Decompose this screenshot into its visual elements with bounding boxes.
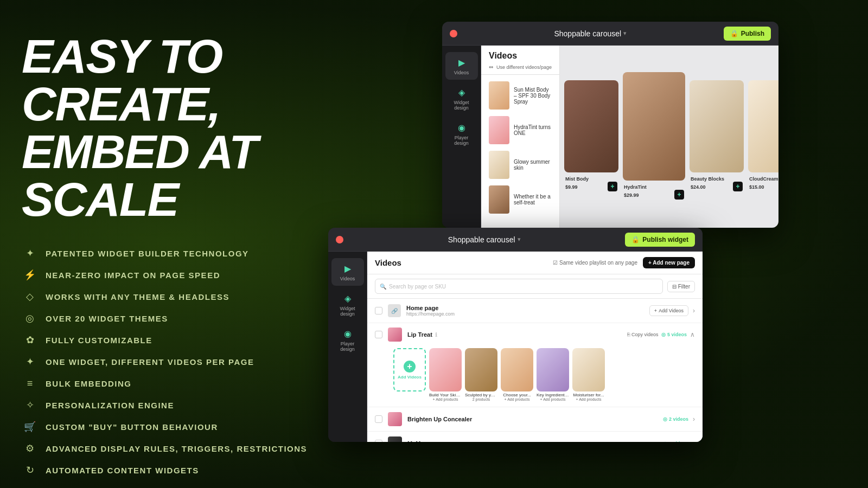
feature-item-speed: ⚡ NEAR-ZERO IMPACT ON PAGE SPEED [22,267,336,283]
video-thumbnail [489,116,509,144]
publish-icon: 🔒 [730,30,738,37]
table-row: Lip Treat ℹ ⎘ Copy videos ◎ 5 videos ∧ [367,323,703,407]
feature-text-personalization: PERSONALIZATION ENGINE [46,401,174,410]
feature-text-patented: PATENTED WIDGET BUILDER TECHNOLOGY [46,249,249,258]
lip-treat-videos-row: + Add Videos Build Your Skin... + Add pr… [367,346,703,407]
checkbox-mascara[interactable] [375,440,382,442]
left-panel: EASY TO CREATE, EMBED AT SCALE ✦ PATENTE… [22,33,336,488]
feature-item-display-rules: ⚙ ADVANCED DISPLAY RULES, TRIGGERS, REST… [22,440,336,457]
chevron-expand-home[interactable]: › [693,307,695,314]
features-list: ✦ PATENTED WIDGET BUILDER TECHNOLOGY ⚡ N… [22,245,336,488]
playlist-icon: ⇔ [489,64,493,70]
video-thumbnail [489,81,509,110]
home-page-info: Home page https://homepage.com [406,305,644,317]
carousel-item [748,80,778,172]
list-item: Choose your... + Add products [501,348,533,401]
add-to-cart-icon[interactable]: + [608,182,617,191]
window-front-content: ▶ Videos ◈ Widget design ◉ Player design… [328,252,703,442]
video-list-panel: Videos ⇔ Use different videos/page Sun M… [481,46,560,228]
video-thumbnail-small [429,348,462,391]
video-thumbnail [489,185,509,214]
chevron-mascara[interactable]: › [693,440,695,442]
search-icon: 🔍 [380,284,386,290]
sidebar-widget-design-back[interactable]: ◈ Widget design [445,82,478,115]
chevron-down-icon: ▾ [623,30,627,37]
add-to-cart-icon[interactable]: + [674,190,684,200]
window-back-sidebar: ▶ Videos ◈ Widget design ◉ Player design [442,46,481,228]
sidebar-widget-design-front[interactable]: ◈ Widget design [331,288,364,321]
video-title: Glowy summer skin [514,159,552,171]
feature-text-per-page: ONE WIDGET, DIFFERENT VIDEOS PER PAGE [46,357,254,367]
search-filter-row: 🔍 Search by page or SKU ⊟ Filter [367,274,703,299]
video-title-small: Build Your Skin... [429,393,462,397]
checkbox-home[interactable] [375,307,382,314]
headline-line1: EASY TO CREATE, [22,29,222,131]
table-row: 🔗 Home page https://homepage.com + Add V… [367,299,703,323]
carousel-card: Mist Body $9.99 + [564,80,618,194]
sidebar-videos-front[interactable]: ▶ Videos [331,258,364,286]
videos-panel-header: Videos ⇔ Use different videos/page [481,46,559,75]
publish-button-back[interactable]: 🔒 Publish [724,27,771,41]
display-rules-icon: ⚙ [22,440,38,457]
chevron-expand-lip-treat[interactable]: ∧ [690,331,695,338]
widget-icon-front: ◈ [342,292,354,304]
window-back: Shoppable carousel ▾ 🔒 Publish ▶ Videos … [442,22,778,228]
window-back-title: Shoppable carousel ▾ [554,29,627,38]
chevron-concealer[interactable]: › [693,415,695,423]
info-icon: ℹ [435,332,437,338]
feature-text-display-rules: ADVANCED DISPLAY RULES, TRIGGERS, RESTRI… [46,444,307,453]
list-item: Sun Mist Body – SPF 30 Body Spray [486,79,555,112]
window-front-close[interactable] [336,236,343,243]
mascara-thumbnail [388,436,402,442]
window-back-titlebar: Shoppable carousel ▾ 🔒 Publish [442,22,778,46]
checkbox-lip-treat[interactable] [375,331,382,338]
feature-text-speed: NEAR-ZERO IMPACT ON PAGE SPEED [46,271,220,280]
feature-item-theme: ◇ WORKS WITH ANY THEME & HEADLESS [22,288,336,305]
add-videos-home-button[interactable]: + Add Videos [649,305,688,316]
videos-count-badge: ◎ 5 videos [661,332,687,337]
eye-icon-concealer: ◎ [663,416,667,422]
add-video-card[interactable]: + Add Videos [393,348,426,391]
window-front-main: Videos ☑ Same video playlist on any page… [367,252,703,442]
window-front-sidebar: ▶ Videos ◈ Widget design ◉ Player design [328,252,367,442]
video-title: Whether it be a self-treat [514,194,552,206]
eye-icon-mascara: ◎ [663,441,667,442]
bulk-icon: ≡ [22,375,38,391]
same-video-text: ☑ Same video playlist on any page [553,260,637,266]
video-products: + Add products [429,397,462,401]
lip-treat-header: Lip Treat ℹ ⎘ Copy videos ◎ 5 videos ∧ [367,323,703,346]
main-headline: EASY TO CREATE, EMBED AT SCALE [22,33,336,223]
add-to-cart-icon[interactable]: + [733,182,743,191]
publish-widget-button[interactable]: 🔒 Publish widget [625,233,695,247]
list-item: Moisturiser for... + Add products [572,348,605,401]
lip-treat-thumbnail [388,328,402,342]
sidebar-player-design-back[interactable]: ◉ Player design [445,117,478,150]
concealer-count: ◎ 2 videos [663,416,688,422]
sidebar-player-design-front[interactable]: ◉ Player design [331,323,364,356]
carousel-label: Beauty Blocks [691,176,743,182]
headline-line2: EMBED AT SCALE [22,125,257,226]
feature-text-widget-themes: OVER 20 WIDGET THEMES [46,314,168,323]
video-title-small: Moisturiser for... [572,393,605,397]
feature-item-customizable: ✿ FULLY CUSTOMIZABLE [22,332,336,348]
sidebar-videos-back[interactable]: ▶ Videos [445,52,478,80]
window-back-main: Videos ⇔ Use different videos/page Sun M… [481,46,778,228]
carousel-label: CloudCream™ [749,176,778,182]
plus-icon: + [654,308,657,313]
filter-button[interactable]: ⊟ Filter [667,281,695,292]
video-title: Sun Mist Body – SPF 30 Body Spray [514,87,552,105]
checkbox-concealer[interactable] [375,415,382,423]
carousel-card: HydraTint $29.99 + [623,72,685,202]
buy-button-icon: 🛒 [22,419,38,435]
search-box[interactable]: 🔍 Search by page or SKU [375,279,663,294]
carousel-item [690,80,744,172]
window-back-close[interactable] [450,30,457,37]
carousel-price: $24.00 [691,184,706,190]
carousel-card: CloudCream™ $15.00 + [748,80,778,194]
widget-themes-icon: ◎ [22,310,38,326]
player-icon: ◉ [456,121,468,133]
window-back-content: ▶ Videos ◈ Widget design ◉ Player design… [442,46,778,228]
carousel-card: Beauty Blocks $24.00 + [690,80,744,194]
add-new-page-button[interactable]: + Add new page [643,257,695,268]
feature-item-bulk: ≡ BULK EMBEDDING [22,375,336,391]
